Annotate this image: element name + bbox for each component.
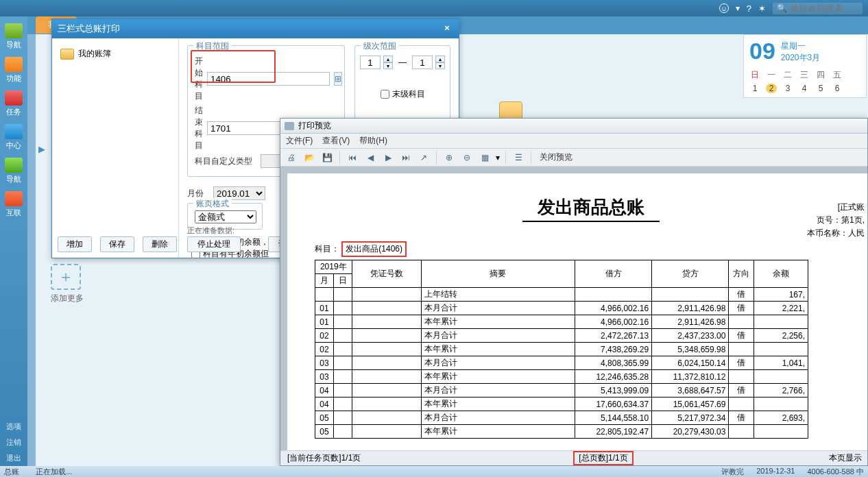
page-value: 第1页, [841,215,865,225]
dialog-title: 三栏式总账打印 [58,23,120,35]
help-icon[interactable]: ? [747,3,751,14]
titlebar-caret-icon[interactable]: ▾ [736,3,740,13]
preview-titlebar[interactable]: 打印预览 [280,119,867,134]
rail-interconnect[interactable]: 互联 [2,188,25,221]
tree-node-root[interactable]: 我的账簿 [59,45,171,62]
preview-menubar: 文件(F) 查看(V) 帮助(H) [280,134,867,149]
left-rail: 导航 功能 任务 中心 导航 互联 选项 注销 退出 [0,16,27,466]
btn-stop[interactable]: 停止处理 [187,236,241,252]
level-to-input[interactable] [412,56,433,69]
dialog-tree-pane: 我的账簿 增加 保存 删除 [52,38,179,258]
app-titlebar: ☺ ▾ ? ✶ 🔍 [0,0,868,16]
processing-label: 正在准备数据: [187,225,234,236]
calendar-yearmonth: 2020年3月 [781,52,820,64]
status-module: 总账 [4,467,19,477]
zoom-out-icon[interactable]: ⊖ [460,151,474,164]
printer-icon [285,122,294,130]
spin-down-icon[interactable]: ▼ [383,62,393,69]
options-icon[interactable]: ☰ [511,151,525,164]
spin-down-icon[interactable]: ▼ [435,62,445,69]
btn-save[interactable]: 保存 [100,236,134,252]
close-preview-button[interactable]: 关闭预览 [537,151,575,163]
rail-task[interactable]: 任务 [2,88,25,120]
lookup-icon[interactable]: ⊞ [334,72,342,86]
barcode-search[interactable]: 🔍 [773,3,863,14]
th-year: 2019年 [315,260,352,274]
bug-icon[interactable]: ✶ [758,3,766,14]
th-day: 日 [333,274,352,288]
preview-sheet: 发出商品总账 [正式账 页号：第1页, 本币名称：人民 科目： 发出商品(140… [287,173,867,450]
add-more-card[interactable]: ＋ 添加更多 [51,264,84,304]
th-direction: 方向 [729,260,754,288]
table-row: 02本月合计2,472,267.132,437,233.00借2,256, [315,329,808,343]
next-page-icon[interactable]: ▶ [381,151,395,164]
print-icon[interactable]: 🖨 [285,151,298,164]
menu-view[interactable]: 查看(V) [322,135,350,147]
smiley-icon[interactable]: ☺ [719,3,729,13]
status-r1: 评教完 [721,467,744,477]
rail-center[interactable]: 中心 [2,121,25,154]
expand-handle[interactable]: ▶ [38,144,45,154]
table-row: 01本月合计4,966,002.162,911,426.98借2,221, [315,302,808,315]
subject-value: 发出商品(1406) [341,241,407,257]
ledger-table: 2019年 凭证号数 摘要 借方 贷方 方向 余额 月 日 上年结转借167,0… [315,260,808,439]
th-voucher: 凭证号数 [352,260,421,288]
table-row: 上年结转借167, [315,288,808,302]
open-icon[interactable]: 📂 [302,151,316,164]
table-row: 05本月合计5,144,558.105,217,972.34借2,693, [315,411,808,425]
end-subject-label: 结束科目 [195,105,203,151]
zoom-caret-icon[interactable]: ▾ [496,153,500,162]
table-row: 01本年累计4,966,002.162,911,426.98 [315,315,808,329]
tree-node-label: 我的账簿 [78,48,111,60]
table-row: 04本年累计17,660,634.3715,061,457.69 [315,398,808,411]
spin-up-icon[interactable]: ▲ [435,56,445,62]
status-current-task: [当前任务页数]1/1页 [280,452,367,464]
rail-options[interactable]: 选项 [2,419,25,435]
btn-add[interactable]: 增加 [58,236,92,252]
close-icon[interactable]: × [441,23,453,35]
goto-page-icon[interactable]: ↗ [417,151,431,164]
menu-file[interactable]: 文件(F) [286,135,313,147]
page-label: 页号： [817,215,841,225]
currency-label: 本币名称： [807,228,848,238]
btn-delete[interactable]: 删除 [143,236,177,252]
folder-icon [60,49,74,60]
mode-label: [正式账 [807,201,865,214]
group-level-range: 级次范围 [361,40,399,52]
prev-page-icon[interactable]: ◀ [363,151,377,164]
rail-logout[interactable]: 注销 [2,435,25,450]
barcode-search-input[interactable] [790,3,858,14]
table-row: 04本月合计5,413,999.093,688,647.57借2,766, [315,384,808,398]
final-subject-label: 末级科目 [392,88,425,100]
calendar-weekday: 星期一 [781,40,820,52]
rail-nav[interactable]: 导航 [2,21,25,53]
dialog-titlebar[interactable]: 三栏式总账打印 × [52,19,459,38]
calendar-widget: 09 星期一 2020年3月 日一二三四五 123456 [743,34,867,98]
calendar-day: 09 [749,39,775,62]
multi-page-icon[interactable]: ▦ [478,151,492,164]
save-icon[interactable]: 💾 [320,151,334,164]
rail-exit[interactable]: 退出 [2,450,25,466]
month-label: 月份 [187,188,209,199]
zoom-in-icon[interactable]: ⊕ [442,151,456,164]
preview-page-area[interactable]: 发出商品总账 [正式账 页号：第1页, 本币名称：人民 科目： 发出商品(140… [280,167,867,450]
th-debit: 借方 [575,260,651,288]
level-to-spinner[interactable]: ▲▼ [412,56,445,69]
level-from-input[interactable] [360,56,381,69]
menu-help[interactable]: 帮助(H) [359,135,387,147]
last-page-icon[interactable]: ⏭ [399,151,413,164]
preview-statusbar: [当前任务页数]1/1页 [总页数]1/1页 本页显示 [280,450,867,465]
add-more-label: 添加更多 [51,293,84,304]
format-select[interactable]: 金额式 [195,210,256,223]
print-preview-window: 打印预览 文件(F) 查看(V) 帮助(H) 🖨 📂 💾 ⏮ ◀ ▶ ⏭ ↗ ⊕… [280,118,868,466]
level-from-spinner[interactable]: ▲▼ [360,56,393,69]
th-month: 月 [315,274,334,288]
status-total-pages: [总页数]1/1页 [573,451,633,465]
first-page-icon[interactable]: ⏮ [346,151,359,164]
final-subject-checkbox[interactable] [381,90,389,99]
spin-up-icon[interactable]: ▲ [383,56,393,62]
rail-function[interactable]: 功能 [2,54,25,86]
rail-nav2[interactable]: 导航 [2,155,25,187]
status-loading: 正在加载... [36,467,72,477]
table-row: 02本年累计7,438,269.295,348,659.98 [315,343,808,356]
